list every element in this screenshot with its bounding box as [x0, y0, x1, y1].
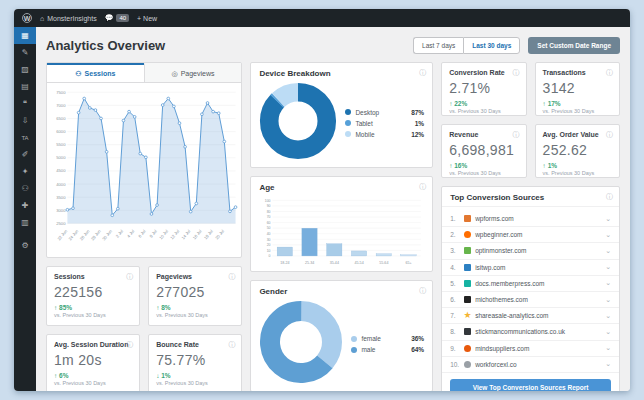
stat-sub: vs. Previous 30 Days — [54, 312, 132, 318]
svg-text:2500: 2500 — [56, 221, 66, 226]
sidebar-item-users-icon[interactable]: ⚇ — [14, 180, 36, 197]
legend-label: Desktop — [355, 109, 379, 116]
sidebar-item-dashboard-icon[interactable]: ▦ — [14, 27, 36, 44]
legend-label: male — [361, 346, 375, 353]
chevron-down-icon[interactable]: ⌄ — [605, 296, 611, 304]
sidebar-item-feedback-icon[interactable]: ⇩ — [14, 112, 36, 129]
svg-text:2 Jul: 2 Jul — [115, 229, 125, 239]
chevron-down-icon[interactable]: ⌄ — [605, 360, 611, 368]
conversion-source-row[interactable]: 9. mindsuppliers.com ⌄ — [442, 341, 619, 357]
source-rank: 2. — [450, 231, 460, 238]
tab-sessions[interactable]: ⚇ Sessions — [47, 63, 144, 82]
favicon-icon — [464, 296, 471, 303]
avg-order-value-card: Avg. Order Value ⓘ 252.62 ↑ 1% vs. Previ… — [535, 124, 620, 178]
source-rank: 9. — [450, 345, 460, 352]
site-menu[interactable]: ⌂ MonsterInsights — [40, 15, 97, 22]
new-content-menu[interactable]: + New — [137, 15, 157, 22]
favicon-icon — [464, 264, 471, 271]
legend-row-tablet: Tablet 1% — [345, 120, 424, 127]
svg-text:35-44: 35-44 — [330, 261, 339, 265]
chevron-down-icon[interactable]: ⌄ — [605, 279, 611, 287]
conversion-source-row[interactable]: 10. workforcexl.co ⌄ — [442, 357, 619, 373]
svg-text:4 Jul: 4 Jul — [126, 229, 136, 239]
chevron-down-icon[interactable]: ⌄ — [605, 231, 611, 239]
sidebar-item-tools-icon[interactable]: ✚ — [14, 197, 36, 214]
info-icon[interactable]: ⓘ — [513, 130, 520, 140]
info-icon[interactable]: ⓘ — [419, 182, 426, 192]
legend-dot — [345, 131, 351, 137]
stat-change: ↑ 8% — [156, 304, 234, 311]
info-icon[interactable]: ⓘ — [126, 272, 133, 282]
conversion-source-row[interactable]: 4. isitwp.com ⌄ — [442, 260, 619, 276]
sidebar-item-comments-icon[interactable]: ❝ — [14, 95, 36, 112]
comment-bubble-icon: 💬 — [105, 14, 114, 22]
info-icon[interactable]: ⓘ — [419, 286, 426, 296]
conversion-source-row[interactable]: 8. stickmancommunications.co.uk ⌄ — [442, 324, 619, 340]
view-report-button[interactable]: View Top Conversion Sources Report — [450, 379, 611, 391]
conversion-source-row[interactable]: 7.★ shareasale-analytics.com ⌄ — [442, 308, 619, 324]
info-icon[interactable]: ⓘ — [606, 130, 613, 140]
legend-value: 87% — [411, 109, 424, 116]
conversion-source-row[interactable]: 6. michothemes.com ⌄ — [442, 292, 619, 308]
sidebar-item-insights-icon[interactable]: ▥ — [14, 214, 36, 231]
source-domain: mindsuppliers.com — [475, 345, 529, 352]
sidebar-item-ta-plugin-icon[interactable]: TA — [14, 129, 36, 146]
svg-text:50: 50 — [267, 226, 271, 230]
legend-label: Mobile — [355, 131, 374, 138]
stat-value: 75.77% — [156, 352, 234, 368]
wordpress-logo-icon[interactable]: W — [22, 13, 32, 23]
conversion-source-row[interactable]: 5. docs.memberpress.com ⌄ — [442, 276, 619, 292]
device-donut-chart — [259, 82, 337, 164]
svg-text:6 Jul: 6 Jul — [137, 229, 147, 239]
sidebar-item-pages-icon[interactable]: ▤ — [14, 78, 36, 95]
conversion-source-row[interactable]: 3. optinmonster.com ⌄ — [442, 243, 619, 259]
svg-text:65+: 65+ — [406, 261, 412, 265]
info-icon[interactable]: ⓘ — [606, 68, 613, 78]
info-icon[interactable]: ⓘ — [419, 68, 426, 78]
svg-text:5500: 5500 — [56, 142, 66, 147]
sidebar-item-appearance-icon[interactable]: ✐ — [14, 146, 36, 163]
last-7-days-button[interactable]: Last 7 days — [413, 37, 463, 54]
source-domain: stickmancommunications.co.uk — [475, 328, 565, 335]
stat-label: Revenue — [449, 131, 518, 138]
sidebar-item-settings-icon[interactable]: ⚙ — [14, 237, 36, 254]
page-header: Analytics Overview Last 7 days Last 30 d… — [46, 37, 620, 54]
stat-value: 6,698,981 — [449, 142, 518, 158]
chevron-down-icon[interactable]: ⌄ — [605, 263, 611, 271]
sidebar-item-plugins-icon[interactable]: ✦ — [14, 163, 36, 180]
set-custom-date-range-button[interactable]: Set Custom Date Range — [528, 37, 620, 54]
svg-text:20 Jul: 20 Jul — [214, 229, 225, 241]
sidebar-item-media-icon[interactable]: ▨ — [14, 61, 36, 78]
info-icon[interactable]: ⓘ — [228, 340, 235, 350]
info-icon[interactable]: ⓘ — [606, 192, 613, 202]
stat-change: ↑ 17% — [543, 100, 612, 107]
info-icon[interactable]: ⓘ — [513, 68, 520, 78]
svg-text:26 Jun: 26 Jun — [79, 228, 91, 241]
chevron-down-icon[interactable]: ⌄ — [605, 344, 611, 352]
stat-value: 225156 — [54, 284, 132, 300]
revenue-card: Revenue ⓘ 6,698,981 ↑ 16% vs. Previous 3… — [441, 124, 526, 178]
source-domain: wpforms.com — [475, 215, 514, 222]
legend-dot — [345, 109, 351, 115]
last-30-days-button[interactable]: Last 30 days — [463, 37, 520, 54]
chevron-down-icon[interactable]: ⌄ — [605, 328, 611, 336]
chevron-down-icon[interactable]: ⌄ — [605, 247, 611, 255]
stat-change: ↓ 1% — [156, 372, 234, 379]
stat-sub: vs. Previous 30 Days — [449, 108, 518, 114]
sidebar-item-posts-icon[interactable]: ✎ — [14, 44, 36, 61]
stat-label: Conversion Rate — [449, 69, 518, 76]
svg-text:18 Jul: 18 Jul — [203, 229, 214, 241]
tab-pageviews[interactable]: ◎ Pageviews — [144, 63, 242, 82]
conversion-source-row[interactable]: 2. wpbeginner.com ⌄ — [442, 227, 619, 243]
svg-text:4000: 4000 — [56, 182, 66, 187]
svg-text:18-24: 18-24 — [281, 261, 290, 265]
info-icon[interactable]: ⓘ — [126, 340, 133, 350]
chevron-down-icon[interactable]: ⌄ — [605, 312, 611, 320]
conversion-source-row[interactable]: 1. wpforms.com ⌄ — [442, 211, 619, 227]
info-icon[interactable]: ⓘ — [228, 272, 235, 282]
right-column: Conversion Rate ⓘ 2.71% ↑ 22% vs. Previo… — [441, 62, 620, 391]
wordpress-admin-window: W ⌂ MonsterInsights 💬 40 + New ▦✎▨▤❝⇩TA✐… — [14, 9, 630, 391]
legend-row-mobile: Mobile 12% — [345, 131, 424, 138]
chevron-down-icon[interactable]: ⌄ — [605, 215, 611, 223]
comments-menu[interactable]: 💬 40 — [105, 14, 129, 22]
